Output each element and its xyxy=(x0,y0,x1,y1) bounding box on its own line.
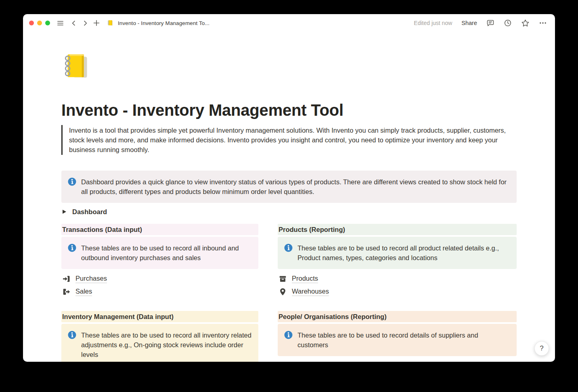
section-products: Products (Reporting) These tables are to… xyxy=(278,224,517,298)
section-callout: These tables are to be used to record al… xyxy=(61,324,258,362)
help-button[interactable]: ? xyxy=(534,341,549,356)
notebook-emoji-icon xyxy=(107,19,114,27)
section-heading: People/ Organisations (Reporting) xyxy=(278,311,517,322)
app-window: Invento - Inventory Management To... Edi… xyxy=(23,14,555,362)
link-label[interactable]: Warehouses xyxy=(292,288,329,296)
more-options-button[interactable] xyxy=(539,19,547,27)
favorite-star-icon xyxy=(521,19,530,27)
callout-text: Dashboard provides a quick glance to vie… xyxy=(81,177,510,196)
callout-text: These tables are to be used to record de… xyxy=(297,330,510,350)
info-icon xyxy=(284,331,293,339)
link-sales[interactable]: Sales xyxy=(61,285,258,298)
page-content: Invento - Inventory Management Tool Inve… xyxy=(23,51,517,362)
archive-box-icon xyxy=(279,275,287,283)
location-pin-icon xyxy=(279,288,287,296)
info-icon xyxy=(68,177,76,186)
chevron-right-icon xyxy=(82,19,89,27)
titlebar-actions: Edited just now Share xyxy=(414,19,547,27)
info-icon xyxy=(68,244,76,252)
dashboard-info-callout: Dashboard provides a quick glance to vie… xyxy=(61,171,517,203)
callout-text: These tables are to be used to record al… xyxy=(81,330,252,359)
link-label[interactable]: Purchases xyxy=(75,275,107,283)
section-heading: Inventory Management (Data input) xyxy=(61,311,258,322)
question-mark-icon: ? xyxy=(540,344,543,352)
info-icon xyxy=(284,244,293,252)
section-callout: These tables are to be used to record al… xyxy=(61,237,258,269)
plus-icon xyxy=(92,19,101,27)
zoom-window-button[interactable] xyxy=(45,21,50,25)
intro-quote: Invento is a tool that provides simple y… xyxy=(61,125,517,155)
link-purchases[interactable]: Purchases xyxy=(61,272,258,285)
favorite-button[interactable] xyxy=(521,19,530,27)
link-label[interactable]: Sales xyxy=(75,288,92,296)
back-button[interactable] xyxy=(70,19,77,27)
new-tab-button[interactable] xyxy=(92,19,101,27)
traffic-lights xyxy=(29,21,50,25)
section-people-organisations: People/ Organisations (Reporting) These … xyxy=(278,311,517,362)
sidebar-menu-button[interactable] xyxy=(57,19,64,27)
edited-status: Edited just now xyxy=(414,20,452,26)
share-button[interactable]: Share xyxy=(461,20,477,26)
link-products[interactable]: Products xyxy=(278,272,517,285)
import-enter-icon xyxy=(62,275,71,283)
close-window-button[interactable] xyxy=(29,21,34,25)
section-heading: Transactions (Data input) xyxy=(61,224,258,235)
section-callout: These tables are to be used to record al… xyxy=(278,237,517,269)
link-label[interactable]: Products xyxy=(292,275,318,283)
section-transactions: Transactions (Data input) These tables a… xyxy=(61,224,258,298)
section-heading: Products (Reporting) xyxy=(278,224,517,235)
sections-grid: Transactions (Data input) These tables a… xyxy=(61,224,517,362)
page-ledger-notebook-icon[interactable] xyxy=(61,51,93,82)
link-warehouses[interactable]: Warehouses xyxy=(278,285,517,298)
dashboard-toggle[interactable]: Dashboard xyxy=(61,207,517,217)
section-callout: These tables are to be used to record de… xyxy=(278,324,517,356)
history-clock-icon xyxy=(504,19,512,27)
section-links: Products Warehouses xyxy=(278,272,517,298)
export-leave-icon xyxy=(62,288,71,296)
comments-icon xyxy=(486,19,494,27)
tab-title: Invento - Inventory Management To... xyxy=(118,20,209,26)
callout-text: These tables are to be used to record al… xyxy=(81,243,252,263)
chevron-left-icon xyxy=(70,19,77,27)
toggle-label: Dashboard xyxy=(72,208,107,216)
history-button[interactable] xyxy=(504,19,512,27)
forward-button[interactable] xyxy=(82,19,89,27)
minimize-window-button[interactable] xyxy=(37,21,42,25)
section-links: Purchases Sales xyxy=(61,272,258,298)
page-title: Invento - Inventory Management Tool xyxy=(61,100,517,120)
current-tab[interactable]: Invento - Inventory Management To... xyxy=(107,19,209,27)
callout-text: These tables are to be used to record al… xyxy=(297,243,510,263)
comments-button[interactable] xyxy=(486,19,494,27)
titlebar: Invento - Inventory Management To... Edi… xyxy=(23,14,555,32)
info-icon xyxy=(68,331,76,339)
more-ellipsis-icon xyxy=(539,19,547,27)
section-inventory-management: Inventory Management (Data input) These … xyxy=(61,311,258,362)
hamburger-menu-icon xyxy=(57,19,64,27)
toggle-triangle-icon[interactable] xyxy=(63,210,66,214)
